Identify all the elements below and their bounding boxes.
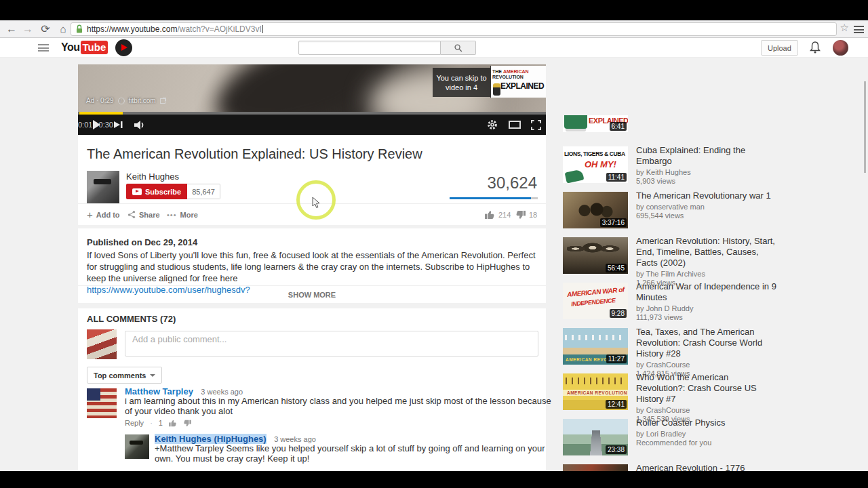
like-count: 214 [498, 211, 511, 219]
related-video-channel: by Keith Hughes [636, 168, 780, 176]
video-thumbnail: AMERICAN WAR of INDEPENDENCE 9:28 [563, 283, 628, 319]
notifications-bell-icon[interactable] [808, 41, 822, 55]
view-count: 30,624 [488, 174, 537, 192]
upcoming-video-thumbnail[interactable]: THE AMERICAN REVOLUTION EXPLAINED [490, 66, 546, 98]
duration-badge: 3:37:16 [600, 218, 627, 227]
search-button[interactable] [441, 41, 476, 55]
volume-button[interactable] [131, 115, 149, 135]
settings-gear-icon[interactable] [484, 115, 501, 135]
channel-avatar[interactable] [87, 171, 119, 203]
chevron-down-icon [150, 374, 155, 377]
subscribe-label: Subscribe [145, 188, 181, 196]
show-more-button[interactable]: SHOW MORE [78, 285, 546, 299]
thumb-figure [564, 115, 587, 129]
ad-label: Ad · 0:29 [86, 97, 114, 104]
like-button[interactable]: 214 [485, 204, 511, 225]
like-ratio-fill [450, 197, 531, 199]
thumb-figure [493, 83, 500, 96]
comment-input[interactable] [125, 331, 538, 357]
thumb-figure [565, 335, 626, 340]
player-controls: 0:01 / 0:30 [78, 115, 546, 135]
related-video-channel: by The Film Archives [636, 270, 780, 278]
thumb-up-icon [485, 210, 495, 220]
thumb-figure [566, 378, 625, 384]
related-video-title[interactable]: Cuba Explained: Ending the Embargo [636, 145, 780, 167]
info-icon[interactable]: i [118, 98, 125, 104]
video-thumbnail: 56:45 [563, 237, 628, 274]
comment-like-count: 1 [159, 419, 163, 427]
ad-domain-link[interactable]: fitbit.com [129, 97, 156, 104]
play-button[interactable] [87, 115, 105, 135]
https-padlock-icon [75, 24, 83, 34]
video-thumbnail: AMERICAN REVOLUTION 12:41 [563, 373, 628, 410]
fullscreen-icon[interactable] [527, 115, 545, 135]
page-scrollbar[interactable] [864, 81, 866, 173]
duration-badge: 11:27 [606, 354, 627, 363]
youtube-logo[interactable]: You Tube [61, 41, 108, 54]
reply-time: 3 weeks ago [274, 435, 316, 443]
more-button[interactable]: ••• More [167, 204, 198, 225]
search-icon [454, 43, 463, 53]
guide-hamburger-icon[interactable] [38, 44, 49, 52]
channel-name-link[interactable]: Keith Hughes [126, 171, 179, 182]
related-video-views: 695,544 views [636, 211, 780, 220]
sort-label: Top comments [94, 371, 146, 380]
thumb-text: THE AMERICAN REVOLUTION [492, 69, 545, 80]
account-avatar[interactable] [833, 40, 848, 56]
thumb-down-icon[interactable] [183, 420, 191, 427]
thumb-down-icon [515, 210, 526, 220]
upload-button[interactable]: Upload [761, 40, 798, 56]
reply-author-link[interactable]: Keith Hughes (HipHughes) [155, 434, 267, 444]
related-video-title[interactable]: The American Revolutionary war 1 [636, 190, 780, 201]
more-label: More [180, 211, 198, 219]
browser-reload-button[interactable]: ⟳ [38, 22, 53, 37]
comment-author-link[interactable]: Matthew Tarpley [125, 386, 193, 396]
browser-home-button[interactable]: ⌂ [56, 22, 71, 37]
reply-button[interactable]: Reply [125, 419, 144, 427]
like-ratio-bar [450, 197, 538, 199]
add-to-button[interactable]: + Add to [87, 204, 120, 225]
video-frame-ad[interactable]: Ad · 0:29 i fitbit.com You can skip to v… [78, 64, 546, 112]
comment-actions: Reply · 1 [125, 419, 191, 427]
related-video-title[interactable]: Who Won the American Revolution?: Crash … [636, 372, 780, 405]
next-button[interactable] [109, 115, 127, 135]
watch-page: Ad · 0:29 i fitbit.com You can skip to v… [0, 58, 868, 471]
related-video-thumbnail-partial[interactable]: EXPLAINED 6:41 [563, 115, 628, 132]
logo-tube-box: Tube [81, 41, 108, 54]
dislike-button[interactable]: 18 [515, 204, 537, 225]
related-video-views: 5,903 views [636, 177, 780, 185]
thumb-text: AMERICAN REVOLUTION [563, 390, 628, 396]
browser-forward-button[interactable]: → [20, 22, 35, 37]
subscribe-play-icon [132, 188, 142, 195]
bookmark-star-icon[interactable]: ☆ [840, 22, 849, 34]
video-title: The American Revolution Explained: US Hi… [87, 146, 422, 162]
separator-dot: · [150, 419, 153, 427]
duration-badge: 56:45 [606, 264, 627, 272]
reply-author-avatar[interactable] [125, 434, 149, 459]
duration-badge: 9:28 [610, 309, 627, 318]
address-bar[interactable]: https://www.youtube.com/watch?v=AOjKiLDV… [71, 22, 837, 36]
related-video-title[interactable]: Roller Coaster Physics [636, 418, 780, 428]
related-video-title[interactable]: American War of Independence in 9 Minute… [636, 281, 780, 303]
related-video-channel: by CrashCourse [636, 361, 780, 369]
related-video-title[interactable]: American Revolution: History, Start, End… [636, 236, 780, 268]
browser-back-button[interactable]: ← [4, 22, 19, 37]
duration-badge: 6:41 [610, 122, 627, 131]
browser-menu-icon[interactable] [854, 26, 864, 33]
description-card: Published on Dec 29, 2014 If loved Sons … [78, 228, 546, 303]
skip-ad-countdown[interactable]: You can skip to video in 4 [433, 68, 490, 97]
screen: ← → ⟳ ⌂ https://www.youtube.com/watch?v=… [0, 0, 868, 488]
sort-comments-dropdown[interactable]: Top comments [87, 367, 162, 384]
related-videos-sidebar: EXPLAINED 6:41 LIONS, TIGERS & CUBA OH M… [563, 115, 793, 488]
browser-toolbar: ← → ⟳ ⌂ https://www.youtube.com/watch?v=… [0, 20, 868, 38]
commenter-avatar[interactable] [87, 388, 117, 418]
thumb-text: LIONS, TIGERS & CUBA [564, 150, 628, 157]
related-video-title[interactable]: Tea, Taxes, and The American Revolution:… [636, 327, 780, 359]
thumb-text: EXPLAINED [500, 81, 545, 91]
share-button[interactable]: Share [127, 204, 160, 225]
subscribe-button[interactable]: Subscribe [126, 184, 187, 199]
search-input[interactable] [298, 41, 441, 55]
thumb-up-icon[interactable] [169, 420, 177, 427]
video-player[interactable]: Ad · 0:29 i fitbit.com You can skip to v… [78, 64, 546, 135]
theater-mode-icon[interactable] [505, 115, 524, 135]
